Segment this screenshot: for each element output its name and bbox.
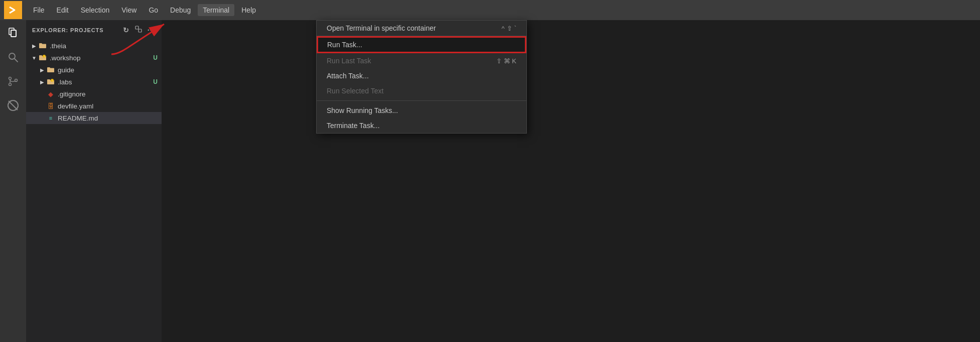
tree-item-workshop[interactable]: ▼ ! .workshop U bbox=[26, 52, 162, 64]
sidebar-header: EXPLORER: PROJECTS ↻ ··· bbox=[26, 20, 162, 40]
tree-item-gitignore[interactable]: ▶ ◆ .gitignore bbox=[26, 88, 162, 100]
activity-search[interactable] bbox=[4, 48, 22, 66]
menu-item-shortcut: ^ ⇧ ` bbox=[502, 25, 516, 32]
app-logo[interactable] bbox=[4, 1, 22, 19]
chevron-icon: ▶ bbox=[38, 78, 46, 86]
git-file-icon: ◆ bbox=[46, 89, 55, 98]
menu-item-label: Open Terminal in specific container bbox=[327, 24, 436, 32]
menu-edit[interactable]: Edit bbox=[52, 4, 74, 16]
menu-go[interactable]: Go bbox=[144, 4, 163, 16]
tree-label: guide bbox=[58, 66, 158, 74]
menu-debug[interactable]: Debug bbox=[165, 4, 196, 16]
menu-selection[interactable]: Selection bbox=[76, 4, 115, 16]
menu-file[interactable]: File bbox=[28, 4, 50, 16]
tree-item-theia[interactable]: ▶ .theia bbox=[26, 40, 162, 52]
chevron-icon: ▼ bbox=[30, 54, 38, 62]
readme-file-icon: ≡ bbox=[46, 113, 55, 123]
activity-source-control[interactable] bbox=[4, 72, 22, 90]
svg-rect-1 bbox=[11, 30, 16, 37]
folder-warn-icon: ! bbox=[38, 53, 47, 62]
menu-help[interactable]: Help bbox=[236, 4, 261, 16]
menu-item-shortcut: ⇧ ⌘ K bbox=[496, 57, 516, 65]
activity-extensions[interactable] bbox=[4, 96, 22, 115]
tree-label: devfile.yaml bbox=[58, 102, 158, 110]
tree-label: .gitignore bbox=[58, 90, 158, 98]
activity-bar bbox=[0, 20, 26, 342]
collapse-button[interactable] bbox=[133, 24, 144, 36]
git-badge: U bbox=[153, 54, 158, 61]
svg-line-12 bbox=[9, 101, 18, 110]
explorer-title: EXPLORER: PROJECTS bbox=[32, 27, 103, 33]
menu-item-label: Terminate Task... bbox=[327, 122, 380, 130]
menu-item-label: Show Running Tasks... bbox=[327, 106, 398, 115]
menu-items: File Edit Selection View Go Debug Termin… bbox=[28, 4, 261, 16]
menu-item-label: Run Selected Text bbox=[327, 87, 383, 95]
menu-item-label: Run Task... bbox=[327, 41, 362, 49]
svg-point-3 bbox=[9, 53, 15, 59]
menu-view[interactable]: View bbox=[116, 4, 142, 16]
sidebar-header-actions: ↻ ··· bbox=[122, 24, 156, 36]
tree-item-readme[interactable]: ▶ ≡ README.md bbox=[26, 112, 162, 124]
terminal-dropdown-menu: Open Terminal in specific container ^ ⇧ … bbox=[316, 20, 527, 134]
tree-item-guide[interactable]: ▶ guide bbox=[26, 64, 162, 76]
svg-rect-14 bbox=[138, 29, 142, 32]
db-file-icon: 🗄 bbox=[46, 101, 55, 110]
editor-area bbox=[162, 20, 980, 342]
folder-icon bbox=[38, 41, 47, 50]
menu-item-run-selected-text[interactable]: Run Selected Text bbox=[317, 83, 526, 98]
folder-icon bbox=[46, 65, 55, 74]
tree-item-labs[interactable]: ▶ ! .labs U bbox=[26, 76, 162, 88]
folder-warn-icon: ! bbox=[46, 77, 55, 86]
menu-separator bbox=[317, 100, 526, 101]
tree-label: .theia bbox=[50, 42, 158, 50]
menu-item-terminate-task[interactable]: Terminate Task... bbox=[317, 118, 526, 133]
svg-point-6 bbox=[9, 83, 12, 86]
menu-item-label: Attach Task... bbox=[327, 72, 369, 80]
sidebar: EXPLORER: PROJECTS ↻ ··· ▶ bbox=[26, 20, 162, 342]
menu-item-run-task[interactable]: Run Task... bbox=[317, 36, 526, 53]
tree-item-devfile[interactable]: ▶ 🗄 devfile.yaml bbox=[26, 100, 162, 112]
tree-label: .labs bbox=[58, 78, 149, 86]
menu-item-run-last-task[interactable]: Run Last Task ⇧ ⌘ K bbox=[317, 53, 526, 68]
more-actions-button[interactable]: ··· bbox=[147, 25, 156, 35]
chevron-icon: ▶ bbox=[30, 42, 38, 50]
tree-label: .workshop bbox=[50, 54, 149, 62]
menu-item-attach-task[interactable]: Attach Task... bbox=[317, 68, 526, 83]
git-badge: U bbox=[153, 78, 158, 85]
tree-label: README.md bbox=[58, 115, 158, 122]
menu-item-label: Run Last Task bbox=[327, 57, 371, 65]
menu-terminal[interactable]: Terminal bbox=[198, 4, 234, 16]
menu-item-open-terminal[interactable]: Open Terminal in specific container ^ ⇧ … bbox=[317, 21, 526, 36]
svg-line-4 bbox=[15, 59, 18, 62]
activity-files[interactable] bbox=[4, 24, 22, 42]
chevron-icon: ▶ bbox=[38, 66, 46, 74]
refresh-button[interactable]: ↻ bbox=[122, 25, 130, 35]
menu-item-show-running-tasks[interactable]: Show Running Tasks... bbox=[317, 103, 526, 118]
svg-rect-13 bbox=[135, 26, 138, 29]
svg-point-5 bbox=[9, 77, 12, 80]
menubar: File Edit Selection View Go Debug Termin… bbox=[0, 0, 980, 20]
